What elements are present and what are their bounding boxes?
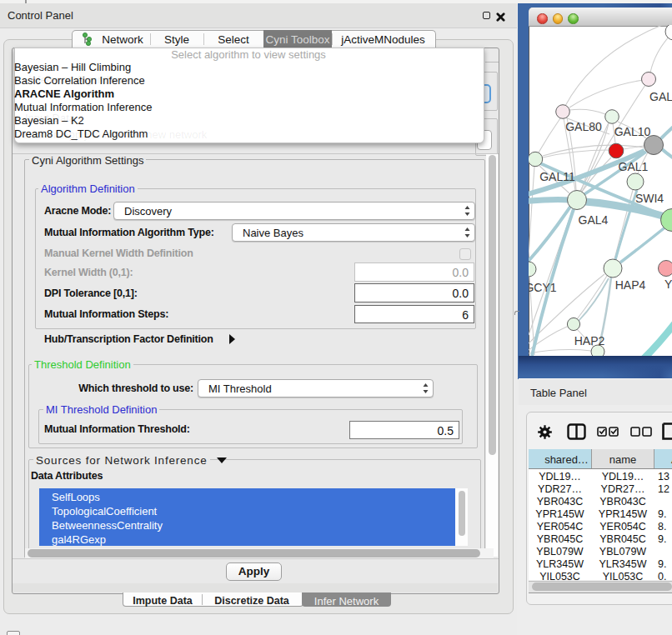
svg-text:HAP2: HAP2: [574, 334, 605, 348]
svg-text:GAL11: GAL11: [539, 170, 575, 183]
svg-text:YM: YM: [664, 278, 672, 291]
svg-text:SWI4: SWI4: [635, 192, 664, 205]
svg-text:HAP4: HAP4: [615, 278, 646, 292]
svg-text:GCY1: GCY1: [529, 281, 557, 294]
svg-text:GAL80: GAL80: [565, 120, 602, 133]
svg-text:GAL1: GAL1: [619, 160, 649, 173]
svg-text:GAL10: GAL10: [614, 125, 651, 138]
svg-text:GAL4: GAL4: [579, 213, 609, 227]
svg-text:GAL2: GAL2: [649, 90, 672, 103]
